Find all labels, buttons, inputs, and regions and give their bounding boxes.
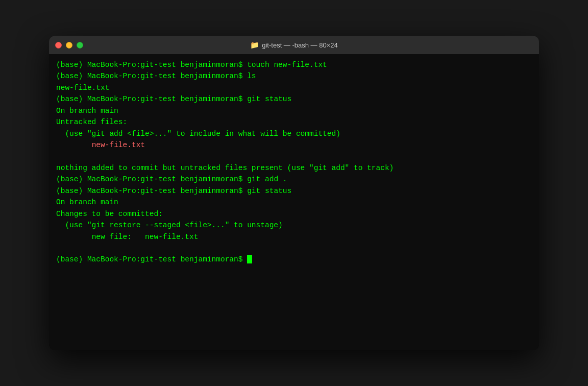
terminal-output: nothing added to commit but untracked fi… — [56, 162, 532, 174]
terminal-prompt: (base) MacBook-Pro:git-test benjaminmora… — [56, 95, 242, 103]
terminal-prompt-line: (base) MacBook-Pro:git-test benjaminmora… — [56, 254, 532, 265]
terminal-command: ls — [242, 72, 256, 80]
terminal-line: (base) MacBook-Pro:git-test benjaminmora… — [56, 93, 532, 105]
terminal-output: Untracked files: — [56, 116, 532, 128]
minimize-button[interactable] — [66, 42, 72, 49]
terminal-line: (base) MacBook-Pro:git-test benjaminmora… — [56, 70, 532, 82]
terminal-line: (base) MacBook-Pro:git-test benjaminmora… — [56, 185, 532, 197]
window-title-text: git-test — -bash — 80×24 — [262, 41, 338, 49]
terminal-line: (base) MacBook-Pro:git-test benjaminmora… — [56, 59, 532, 70]
terminal-output-untracked: new-file.txt — [56, 139, 532, 151]
terminal-output: new-file.txt — [56, 82, 532, 93]
terminal-window: 📁 git-test — -bash — 80×24 (base) MacBoo… — [49, 36, 539, 350]
terminal-cursor — [247, 255, 252, 263]
terminal-command: git status — [242, 95, 291, 103]
terminal-line: (base) MacBook-Pro:git-test benjaminmora… — [56, 174, 532, 185]
terminal-output: On branch main — [56, 105, 532, 116]
terminal-prompt: (base) MacBook-Pro:git-test benjaminmora… — [56, 175, 242, 183]
terminal-command: touch new-file.txt — [242, 61, 327, 69]
terminal-blank-line — [56, 151, 532, 162]
terminal-command: git add . — [242, 175, 287, 183]
terminal-body[interactable]: (base) MacBook-Pro:git-test benjaminmora… — [49, 54, 539, 350]
terminal-output: On branch main — [56, 197, 532, 208]
terminal-output-staged: new file: new-file.txt — [56, 231, 532, 243]
terminal-prompt: (base) MacBook-Pro:git-test benjaminmora… — [56, 61, 242, 69]
window-title: 📁 git-test — -bash — 80×24 — [250, 41, 338, 49]
maximize-button[interactable] — [77, 42, 83, 49]
title-bar: 📁 git-test — -bash — 80×24 — [49, 36, 539, 54]
traffic-lights — [55, 42, 83, 49]
terminal-output: (use "git restore --staged <file>..." to… — [56, 220, 532, 231]
terminal-prompt: (base) MacBook-Pro:git-test benjaminmora… — [56, 255, 247, 263]
folder-icon: 📁 — [250, 41, 259, 49]
terminal-prompt: (base) MacBook-Pro:git-test benjaminmora… — [56, 72, 242, 80]
terminal-prompt: (base) MacBook-Pro:git-test benjaminmora… — [56, 187, 242, 195]
terminal-output: Changes to be committed: — [56, 208, 532, 220]
close-button[interactable] — [55, 42, 62, 49]
terminal-command: git status — [242, 187, 291, 195]
terminal-blank-line — [56, 243, 532, 254]
terminal-output: (use "git add <file>..." to include in w… — [56, 128, 532, 139]
